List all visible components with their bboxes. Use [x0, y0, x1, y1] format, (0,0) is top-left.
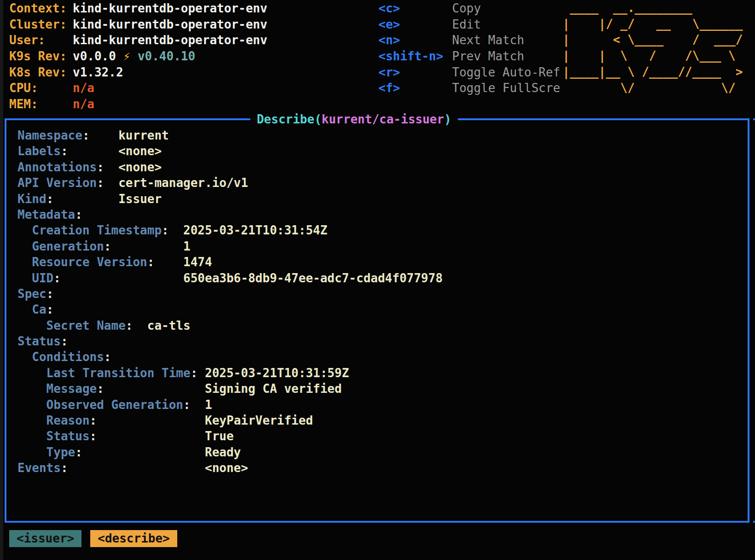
describe-colon: : [46, 303, 54, 316]
describe-panel[interactable]: Describe(kurrent/ca-issuer) Namespace: k… [5, 118, 749, 523]
describe-colon: : [61, 144, 68, 158]
describe-colon: : [61, 334, 68, 348]
describe-row: UID: 650ea3b6-8db9-47ee-adc7-cdad4f07797… [17, 270, 443, 286]
describe-key: Status [17, 334, 61, 348]
cluster-info-row: Cluster:kind-kurrentdb-operator-env [9, 17, 267, 33]
shortcut-desc: Edit [452, 18, 481, 31]
shortcut-row: <f>Toggle FullScre [378, 80, 560, 96]
shortcut-key: <shift-n> [378, 48, 452, 64]
describe-colon: : [90, 414, 97, 427]
describe-value: Issuer [118, 192, 162, 206]
describe-colon: : [75, 208, 82, 222]
describe-colon: : [97, 382, 104, 396]
shortcut-key: <c> [378, 0, 452, 17]
describe-row: Generation: 1 [17, 239, 443, 254]
shortcut-key: <e> [378, 17, 452, 33]
describe-key: Type [17, 445, 75, 459]
describe-colon: : [46, 287, 54, 301]
describe-row: Status: [17, 333, 443, 349]
describe-row: API Version: cert-manager.io/v1 [17, 175, 443, 191]
info-value: kind-kurrentdb-operator-env [73, 1, 267, 15]
describe-row: Reason: KeyPairVerified [17, 413, 443, 428]
describe-colon: : [191, 366, 198, 380]
describe-colon: : [75, 445, 82, 459]
describe-key: Conditions [17, 350, 104, 364]
describe-value: 2025-03-21T10:31:54Z [183, 223, 327, 237]
cluster-info-panel: Context:kind-kurrentdb-operator-envClust… [9, 0, 267, 112]
shortcut-key: <n> [378, 32, 452, 48]
describe-value: 1 [205, 398, 212, 412]
border-sliver-top [753, 118, 755, 120]
describe-key: Resource Version [17, 255, 147, 269]
shortcut-row: <shift-n>Prev Match [378, 48, 560, 64]
describe-colon: : [90, 429, 97, 443]
info-label: Context: [9, 0, 73, 17]
info-value: v1.32.2 [73, 65, 123, 79]
describe-row: Status: True [17, 428, 443, 444]
describe-title-prefix: Describe( [257, 112, 322, 126]
info-label: CPU: [9, 80, 73, 96]
describe-key: Creation Timestamp [17, 223, 162, 237]
shortcut-key: <r> [378, 64, 452, 81]
describe-key: Generation [17, 239, 104, 253]
shortcut-desc: Next Match [452, 33, 524, 47]
describe-key: Reason [17, 414, 90, 427]
describe-colon: : [104, 350, 111, 364]
border-sliver-bottom [753, 521, 755, 523]
describe-value: 1474 [183, 255, 212, 269]
describe-row: Metadata: [17, 207, 443, 222]
describe-value: <none> [118, 160, 162, 174]
info-label: Cluster: [9, 17, 73, 33]
info-label: User: [9, 32, 73, 48]
describe-panel-title: Describe(kurrent/ca-issuer) [250, 111, 458, 127]
describe-colon: : [61, 461, 68, 475]
shortcut-key: <f> [378, 80, 452, 96]
describe-colon: : [183, 398, 191, 412]
cluster-info-row: User:kind-kurrentdb-operator-env [9, 32, 267, 48]
breadcrumb: <issuer> <describe> [9, 530, 177, 547]
shortcut-row: <r>Toggle Auto-Ref [378, 64, 560, 81]
describe-key: Annotations [17, 160, 97, 174]
info-label: K9s Rev: [9, 48, 73, 64]
k9s-current-version: v0.0.0 [73, 49, 123, 63]
describe-title-suffix: ) [444, 112, 452, 126]
describe-value: 1 [183, 239, 191, 253]
describe-row: Conditions: [17, 349, 443, 365]
crumb-issuer[interactable]: <issuer> [9, 530, 81, 547]
describe-key: Kind [17, 192, 46, 206]
describe-key: Ca [17, 303, 46, 316]
describe-key: Status [17, 429, 90, 443]
k9s-latest-version: v0.40.10 [130, 49, 195, 63]
describe-row: Message: Signing CA verified [17, 381, 443, 397]
describe-row: Events: <none> [17, 460, 443, 476]
describe-value: KeyPairVerified [205, 414, 313, 427]
describe-row: Type: Ready [17, 444, 443, 460]
describe-colon: : [97, 176, 104, 190]
describe-value: ca-tls [147, 319, 191, 332]
describe-row: Labels: <none> [17, 143, 443, 159]
shortcut-desc: Toggle FullScre [452, 81, 560, 95]
describe-value: kurrent [118, 128, 169, 142]
describe-colon: : [162, 223, 169, 237]
describe-row: Annotations: <none> [17, 159, 443, 175]
crumb-describe[interactable]: <describe> [90, 530, 177, 547]
describe-value: Ready [205, 445, 241, 459]
describe-colon: : [53, 271, 61, 285]
describe-title-resource: kurrent/ca-issuer [322, 112, 444, 126]
describe-content: Namespace: kurrentLabels: <none>Annotati… [17, 128, 443, 476]
describe-key: Observed Generation [17, 398, 183, 412]
cluster-info-row: K9s Rev:v0.0.0 ⚡ v0.40.10 [9, 48, 267, 64]
info-value: kind-kurrentdb-operator-env [73, 18, 267, 31]
shortcut-row: <c>Copy [378, 0, 560, 17]
shortcut-row: <n>Next Match [378, 32, 560, 48]
info-label: K8s Rev: [9, 64, 73, 81]
describe-row: Namespace: kurrent [17, 128, 443, 143]
describe-colon: : [126, 319, 133, 332]
describe-row: Secret Name: ca-tls [17, 318, 443, 333]
describe-row: Creation Timestamp: 2025-03-21T10:31:54Z [17, 222, 443, 238]
cluster-info-row: CPU:n/a [9, 80, 267, 96]
shortcut-row: <e>Edit [378, 17, 560, 33]
window-edge [0, 0, 3, 560]
describe-row: Resource Version: 1474 [17, 254, 443, 270]
describe-colon: : [147, 255, 155, 269]
